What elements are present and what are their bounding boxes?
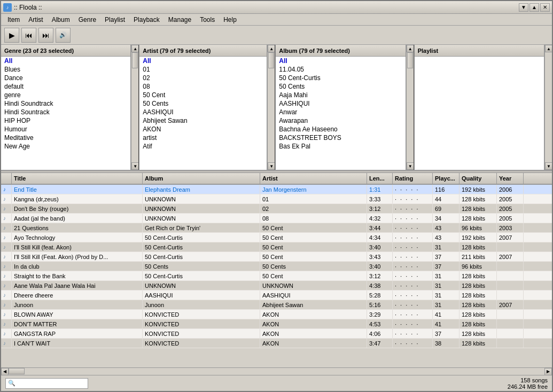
menu-item-artist[interactable]: Artist <box>24 15 47 25</box>
genre-scroll-up[interactable]: ▲ <box>131 45 139 52</box>
table-row[interactable]: ♪ GANGSTA RAP KONVICTED AKON 4:06 · · · … <box>1 329 552 339</box>
list-item[interactable]: Meditative <box>1 134 130 142</box>
playlist-scrollbar[interactable]: ▲ ▼ <box>544 45 552 170</box>
menu-item-playback[interactable]: Playback <box>129 15 164 25</box>
list-item[interactable]: 08 <box>139 82 267 91</box>
next-button[interactable]: ⏭ <box>38 28 53 43</box>
list-item[interactable]: Dance <box>1 74 130 82</box>
artist-scroll-down[interactable]: ▼ <box>268 162 275 170</box>
list-item[interactable]: Abhijeet Sawan <box>139 116 267 125</box>
table-row[interactable]: ♪ Aadat (jal the band) UNKNOWN 08 4:32 ·… <box>1 214 552 223</box>
row-playcount: 41 <box>433 310 459 319</box>
album-item-all[interactable]: All <box>276 57 405 65</box>
artist-list[interactable]: All 01 02 08 50 Cent 50 Cents AASHIQUI A… <box>139 57 267 170</box>
list-item[interactable]: Anwar <box>276 108 405 116</box>
playlist-scroll-down[interactable]: ▼ <box>545 162 552 170</box>
prev-button[interactable]: ⏮ <box>21 28 36 43</box>
artist-scrollbar[interactable]: ▲ ▼ <box>267 45 275 170</box>
menu-item-item[interactable]: Item <box>3 15 24 25</box>
scroll-track[interactable] <box>9 368 544 375</box>
list-item[interactable]: AASHIQUI <box>139 108 267 116</box>
list-item[interactable]: Humour <box>1 125 130 134</box>
menu-item-manage[interactable]: Manage <box>164 15 196 25</box>
col-header-quality[interactable]: Quality <box>459 173 497 184</box>
scroll-thumb[interactable] <box>9 368 25 374</box>
table-row[interactable]: ♪ Aane Wala Pal Jaane Wala Hai UNKNOWN U… <box>1 281 552 291</box>
table-row[interactable]: ♪ I'll Still Kill (Feat. Akon) (Prod by … <box>1 252 552 262</box>
genre-scrollbar[interactable]: ▲ ▼ <box>131 45 138 170</box>
list-item[interactable]: Hindi Sountrack <box>1 108 130 116</box>
menu-item-genre[interactable]: Genre <box>74 15 100 25</box>
search-box[interactable]: 🔍 <box>5 378 88 389</box>
table-row[interactable]: ♪ In da club 50 Cents 50 Cents 3:40 · · … <box>1 262 552 271</box>
col-header-artist[interactable]: Artist <box>260 173 367 184</box>
col-header-icon[interactable] <box>1 173 12 184</box>
col-header-length[interactable]: Len... <box>367 173 393 184</box>
list-item[interactable]: 50 Cent <box>139 91 267 99</box>
list-item[interactable]: genre <box>1 91 130 99</box>
close-button[interactable]: ✕ <box>540 3 550 12</box>
list-item[interactable]: 50 Cents <box>276 82 405 91</box>
menu-item-playlist[interactable]: Playlist <box>100 15 129 25</box>
col-header-playcount[interactable]: Playc... <box>433 173 459 184</box>
table-row[interactable]: ♪ End Title Elephants Dream Jan Morgenst… <box>1 185 552 194</box>
table-row[interactable]: ♪ DON'T MATTER KONVICTED AKON 4:53 · · ·… <box>1 319 552 329</box>
list-item[interactable]: 02 <box>139 74 267 82</box>
album-scroll-up[interactable]: ▲ <box>407 45 414 52</box>
genre-scroll-down[interactable]: ▼ <box>131 162 139 170</box>
playlist-list[interactable] <box>415 57 544 170</box>
menu-item-tools[interactable]: Tools <box>196 15 219 25</box>
table-row[interactable]: ♪ I CAN'T WAIT KONVICTED AKON 3:47 · · ·… <box>1 339 552 348</box>
list-item[interactable]: 01 <box>139 65 267 74</box>
table-row[interactable]: ♪ Straight to the Bank 50 Cent-Curtis 50… <box>1 271 552 281</box>
menu-item-help[interactable]: Help <box>219 15 241 25</box>
genre-item-all[interactable]: All <box>1 57 130 65</box>
list-item[interactable]: 50 Cent-Curtis <box>276 74 405 82</box>
genre-list[interactable]: All Blues Dance default genre Hindi Soun… <box>1 57 130 170</box>
list-item[interactable]: Blues <box>1 65 130 74</box>
list-item[interactable]: Bas Ek Pal <box>276 142 405 151</box>
table-row[interactable]: ♪ Ayo Technology 50 Cent-Curtis 50 Cent … <box>1 233 552 242</box>
album-list[interactable]: All 11.04.05 50 Cent-Curtis 50 Cents Aaj… <box>276 57 405 170</box>
table-row[interactable]: ♪ 21 Questions Get Rich or Die Tryin' 50… <box>1 223 552 233</box>
list-item[interactable]: AASHIQUI <box>276 99 405 108</box>
table-row[interactable]: ♪ Don't Be Shy (rouge) UNKNOWN 02 3:12 ·… <box>1 204 552 214</box>
play-button[interactable]: ▶ <box>4 28 19 43</box>
artist-item-all[interactable]: All <box>139 57 267 65</box>
table-row[interactable]: ♪ I'll Still Kill (feat. Akon) 50 Cent-C… <box>1 242 552 252</box>
list-item[interactable]: New Age <box>1 142 130 151</box>
list-item[interactable]: Hindi Soundtrack <box>1 99 130 108</box>
col-header-album[interactable]: Album <box>143 173 260 184</box>
col-header-title[interactable]: Title <box>12 173 143 184</box>
scroll-left-button[interactable]: ◀ <box>1 368 9 375</box>
list-item[interactable]: Atif <box>139 142 267 151</box>
table-row[interactable]: ♪ Junoon Junoon Abhijeet Sawan 5:16 · · … <box>1 300 552 310</box>
playlist-scroll-up[interactable]: ▲ <box>545 45 552 52</box>
table-row[interactable]: ♪ Dheere dheere AASHIQUI AASHIQUI 5:28 ·… <box>1 291 552 300</box>
col-header-rating[interactable]: Rating <box>393 173 433 184</box>
maximize-button[interactable]: ▲ <box>529 3 539 12</box>
list-item[interactable]: Aaja Mahi <box>276 91 405 99</box>
artist-scroll-up[interactable]: ▲ <box>268 45 275 52</box>
list-item[interactable]: 11.04.05 <box>276 65 405 74</box>
list-item[interactable]: AKON <box>139 125 267 134</box>
table-row[interactable]: ♪ Kangna (dr,zeus) UNKNOWN 01 3:33 · · ·… <box>1 194 552 204</box>
table-row[interactable]: ♪ BLOWN AWAY KONVICTED AKON 3:29 · · · ·… <box>1 310 552 319</box>
minimize-button[interactable]: ▼ <box>519 3 528 12</box>
horizontal-scrollbar[interactable]: ◀ ▶ <box>1 367 552 375</box>
list-item[interactable]: artist <box>139 134 267 142</box>
volume-button[interactable]: 🔊 <box>56 28 71 43</box>
list-item[interactable]: HIP HOP <box>1 116 130 125</box>
list-item[interactable]: Bachna Ae Haseeno <box>276 125 405 134</box>
list-item[interactable]: BACKSTREET BOYS <box>276 134 405 142</box>
scroll-right-button[interactable]: ▶ <box>544 368 552 375</box>
list-item[interactable]: Awarapan <box>276 116 405 125</box>
list-item[interactable]: 50 Cents <box>139 99 267 108</box>
album-scroll-down[interactable]: ▼ <box>407 162 414 170</box>
list-item[interactable]: default <box>1 82 130 91</box>
menu-item-album[interactable]: Album <box>48 15 74 25</box>
search-input[interactable] <box>18 380 85 387</box>
album-scrollbar[interactable]: ▲ ▼ <box>406 45 414 170</box>
table-body[interactable]: ♪ End Title Elephants Dream Jan Morgenst… <box>1 185 552 367</box>
col-header-year[interactable]: Year <box>497 173 524 184</box>
